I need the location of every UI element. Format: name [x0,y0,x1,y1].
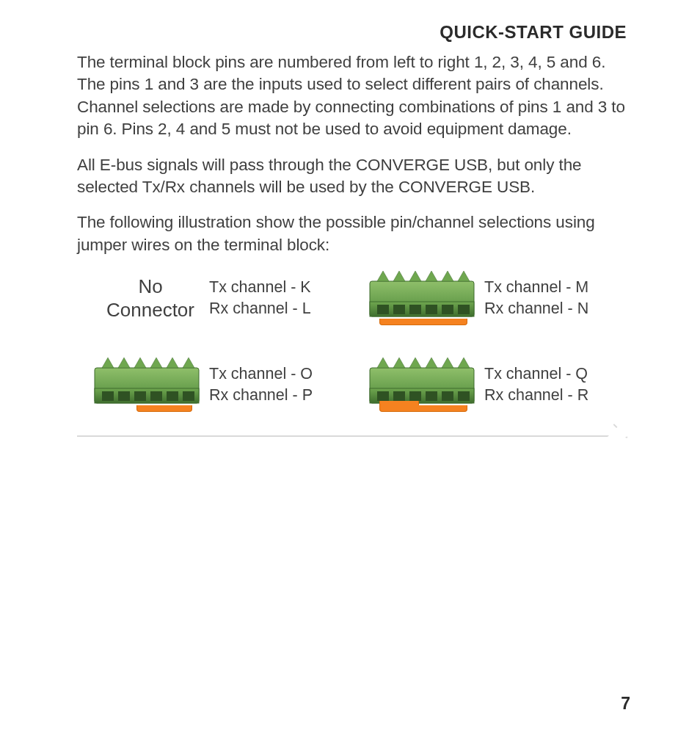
svg-marker-27 [183,358,194,368]
jumper-wire-3-6 [136,405,192,412]
svg-marker-40 [442,358,453,368]
connector-1-3-6 [367,356,477,413]
svg-marker-11 [426,271,437,281]
svg-rect-7 [458,305,470,314]
tx-label: Tx channel - K [209,277,367,298]
no-connector-label: No Connector [92,275,209,322]
divider-notch [613,410,641,438]
svg-marker-41 [458,358,470,368]
svg-marker-37 [393,358,405,368]
svg-marker-9 [393,271,405,281]
rx-label: Rx channel - P [209,385,367,406]
svg-rect-17 [118,391,130,401]
svg-rect-18 [134,391,146,401]
rx-label: Rx channel - N [484,298,642,319]
paragraph-1: The terminal block pins are numbered fro… [77,51,627,141]
svg-marker-38 [409,358,421,368]
svg-rect-3 [393,305,405,314]
tx-label: Tx channel - Q [484,363,642,385]
svg-rect-6 [442,305,453,314]
svg-marker-13 [458,271,470,281]
jumper-wire-1-6 [379,405,467,412]
svg-marker-12 [442,271,453,281]
svg-marker-10 [409,271,421,281]
svg-marker-36 [377,358,389,368]
paragraph-3: The following illustration show the poss… [77,211,627,256]
selection-labels: Tx channel - O Rx channel - P [209,363,367,406]
svg-rect-30 [377,391,389,401]
svg-rect-20 [167,391,178,401]
svg-rect-35 [458,391,470,401]
svg-marker-24 [134,358,146,368]
selection-labels: Tx channel - Q Rx channel - R [484,363,642,406]
page-heading: QUICK-START GUIDE [77,22,627,43]
svg-rect-19 [150,391,162,401]
svg-rect-4 [409,305,421,314]
selection-grid: No Connector Tx channel - K Rx channel -… [92,269,627,413]
rx-label: Rx channel - R [484,385,642,406]
rx-label: Rx channel - L [209,298,367,319]
svg-rect-33 [426,391,437,401]
svg-rect-21 [183,391,194,401]
no-connector-line1: No [92,275,209,299]
svg-rect-34 [442,391,453,401]
svg-marker-23 [118,358,130,368]
no-connector-line2: Connector [92,298,209,322]
svg-marker-39 [426,358,437,368]
connector-3-6 [92,356,202,413]
tx-label: Tx channel - O [209,363,367,385]
paragraph-2: All E-bus signals will pass through the … [77,154,627,199]
page-number: 7 [621,694,630,714]
svg-rect-2 [377,305,389,314]
selection-labels: Tx channel - K Rx channel - L [209,277,367,319]
svg-marker-8 [377,271,389,281]
svg-rect-5 [426,305,437,314]
svg-marker-22 [102,358,114,368]
svg-marker-26 [167,358,178,368]
section-divider [77,435,626,437]
tx-label: Tx channel - M [484,277,642,298]
svg-rect-16 [102,391,114,401]
svg-rect-32 [409,391,421,401]
connector-1-6 [367,269,477,327]
svg-marker-25 [150,358,162,368]
selection-labels: Tx channel - M Rx channel - N [484,277,642,319]
jumper-wire-1-6 [379,319,467,325]
svg-rect-31 [393,391,405,401]
